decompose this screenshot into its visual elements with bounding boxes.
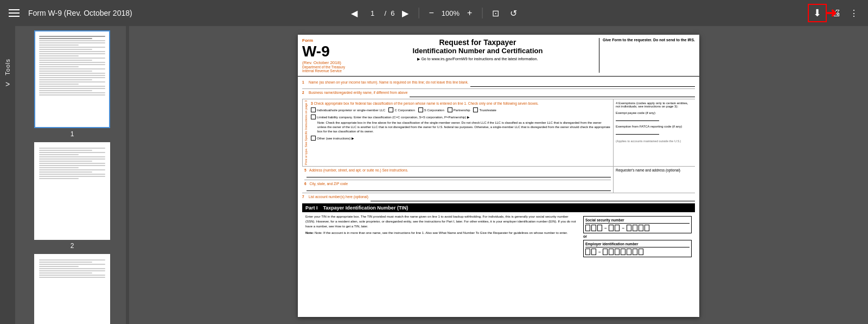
thumb-line: [39, 169, 105, 170]
ssn-digit[interactable]: [627, 225, 631, 231]
line5-num: 5: [304, 168, 307, 172]
part1-title: Taxpayer Identification Number (TIN): [323, 205, 409, 211]
fatca-label: Exemption from FATCA reporting code (if …: [616, 125, 693, 128]
thumbnail-page-1[interactable]: 1: [20, 30, 125, 138]
pdf-viewer[interactable]: Form W-9 (Rev. October 2018) Department …: [129, 26, 868, 324]
line1-num: 1: [302, 80, 307, 87]
fit-page-button[interactable]: ⊡: [489, 6, 502, 21]
prev-page-button[interactable]: ◀: [348, 6, 361, 21]
zoom-out-button[interactable]: −: [425, 6, 437, 20]
checkbox-trust-box[interactable]: [473, 107, 478, 112]
thumb-line: [39, 88, 105, 89]
main-area: Tools >: [0, 26, 868, 324]
form-center: Request for Taxpayer Identification Numb…: [362, 38, 593, 73]
ein-digit[interactable]: [603, 249, 608, 255]
menu-icon[interactable]: [7, 7, 22, 19]
or-label: or: [583, 234, 692, 238]
ssn-segment-1: [585, 225, 602, 231]
checkbox-s-corp[interactable]: S Corporation: [418, 107, 444, 112]
ein-digit[interactable]: [585, 249, 590, 255]
ssn-digit[interactable]: [591, 225, 596, 231]
checkbox-other[interactable]: Other (see instructions) ▶: [311, 136, 611, 141]
form-give-text: Give Form to the requester. Do not send …: [603, 38, 695, 42]
thumb-line: [39, 68, 105, 69]
thumbnail-page-3[interactable]: 3: [20, 254, 125, 324]
form-section3-left: Print or type. See Specific Instructions…: [302, 99, 309, 166]
thumb-line: [39, 275, 105, 276]
form-main-subtitle: Identification Number and Certification: [362, 47, 593, 55]
download-button[interactable]: ⬇: [808, 4, 827, 22]
ein-digit[interactable]: [627, 249, 631, 255]
checkbox-partnership[interactable]: Partnership: [448, 107, 470, 112]
ssn-digit[interactable]: [644, 225, 649, 231]
ssn-digit[interactable]: [597, 225, 602, 231]
line5-row: 5 Address (number, street, and apt. or s…: [304, 168, 611, 177]
vertical-instruction-text: Print or type. See Specific Instructions…: [302, 99, 309, 166]
line6-label: City, state, and ZIP code: [309, 182, 348, 186]
page-number-input[interactable]: [365, 9, 380, 17]
checkbox-partnership-box[interactable]: [448, 107, 452, 112]
ein-digit[interactable]: [615, 249, 620, 255]
ssn-digit[interactable]: [615, 225, 620, 231]
ssn-digit[interactable]: [639, 225, 643, 231]
ein-digit[interactable]: [621, 249, 626, 255]
thumb-line: [39, 268, 105, 269]
checkbox-s-corp-label: S Corporation: [424, 109, 444, 112]
more-options-button[interactable]: ⋮: [846, 6, 861, 21]
form-line-1: 1 Name (as shown on your income tax retu…: [302, 79, 695, 89]
ein-digit[interactable]: [591, 249, 596, 255]
checkbox-s-corp-box[interactable]: [418, 107, 423, 112]
thumb-line: [39, 79, 92, 80]
checkbox-trust-label: Trust/estate: [479, 109, 496, 112]
checkbox-row: Individual/sole proprietor or single-mem…: [311, 107, 611, 112]
thumbnail-page-2[interactable]: 2: [20, 142, 125, 250]
ssn-digit[interactable]: [585, 225, 590, 231]
fatca-note: (Applies to accounts maintained outside …: [616, 139, 693, 143]
checkbox-individual-box[interactable]: [311, 107, 316, 112]
sidebar-scrollbar[interactable]: [126, 26, 129, 324]
checkbox-llc-box[interactable]: [311, 115, 316, 119]
ssn-box: Social security number –: [583, 216, 692, 233]
thumb-line: [39, 174, 105, 175]
line7-label: List account number(s) here (optional): [309, 195, 368, 201]
line5-field[interactable]: [307, 172, 611, 177]
llc-row: Limited liability company. Enter the tax…: [311, 115, 611, 134]
line1-label: Name (as shown on your income tax return…: [309, 80, 468, 87]
line1-field[interactable]: [470, 80, 695, 87]
thumb-line: [39, 148, 105, 149]
exemptions-label: 4 Exemptions (codes apply only to certai…: [616, 101, 693, 108]
thumb-line: [39, 86, 105, 87]
ssn-digit[interactable]: [633, 225, 637, 231]
checkbox-c-corp-label: C Corporation: [394, 109, 414, 112]
exempt-payee-field[interactable]: [616, 116, 659, 121]
line6-field[interactable]: [307, 186, 611, 191]
line7-field[interactable]: [371, 195, 695, 201]
checkbox-individual[interactable]: Individual/sole proprietor or single-mem…: [311, 107, 385, 112]
toolbar: Form W-9 (Rev. October 2018) ◀ / 6 ▶ − 1…: [0, 0, 868, 26]
thumb-line: [39, 66, 79, 67]
checkbox-trust[interactable]: Trust/estate: [473, 107, 496, 112]
form-section56: 5 Address (number, street, and apt. or s…: [302, 167, 695, 193]
ssn-digit[interactable]: [609, 225, 614, 231]
history-button[interactable]: ↺: [507, 6, 520, 21]
checkbox-c-corp-box[interactable]: [388, 107, 393, 112]
checkbox-c-corp[interactable]: C Corporation: [388, 107, 414, 112]
thumb-line: [39, 71, 92, 72]
thumb-line: [39, 49, 92, 50]
requester-label: Requester's name and address (optional): [616, 168, 680, 172]
thumb-lines-2: [37, 145, 107, 182]
line2-field[interactable]: [410, 91, 695, 97]
thumb-line: [39, 167, 79, 168]
ein-digit[interactable]: [639, 249, 643, 255]
checkbox-llc[interactable]: Limited liability company. Enter the tax…: [311, 115, 611, 119]
line3-label: Check appropriate box for federal tax cl…: [314, 101, 538, 105]
thumb-line: [39, 176, 105, 177]
part1-right: Social security number –: [583, 214, 692, 257]
fatca-field[interactable]: [616, 129, 659, 135]
ein-digit[interactable]: [609, 249, 614, 255]
tools-chevron[interactable]: >: [5, 80, 10, 88]
checkbox-other-box[interactable]: [311, 136, 316, 141]
ein-digit[interactable]: [633, 249, 637, 255]
zoom-in-button[interactable]: +: [464, 6, 475, 20]
next-page-button[interactable]: ▶: [399, 6, 412, 21]
